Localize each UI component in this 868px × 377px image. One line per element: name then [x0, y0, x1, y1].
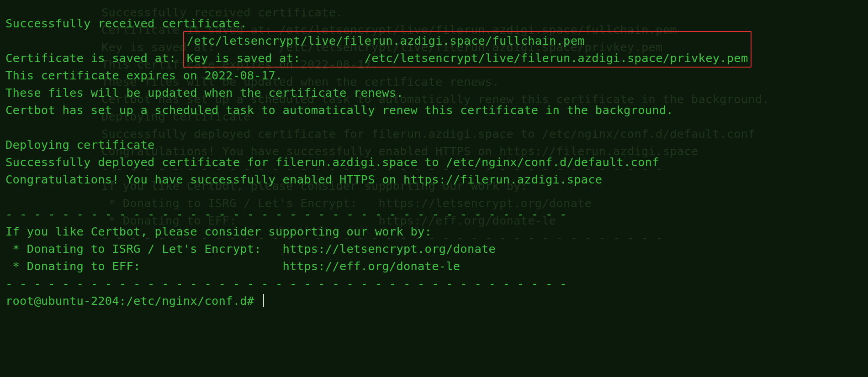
shell-prompt: root@ubuntu-2204:/etc/nginx/conf.d#	[5, 294, 261, 308]
cert-renew-files-line: These files will be updated when the cer…	[5, 84, 863, 101]
cert-saved-line: Certificate is saved at: /etc/letsencryp…	[5, 32, 863, 67]
terminal-output[interactable]: Successfully received certificate.Certif…	[0, 0, 868, 320]
cert-scheduled-line: Certbot has set up a scheduled task to a…	[5, 101, 863, 119]
cert-paths-highlight-box: /etc/letsencrypt/live/filerun.azdigi.spa…	[183, 31, 752, 68]
separator-line: - - - - - - - - - - - - - - - - - - - - …	[5, 275, 863, 292]
deployed-line: Successfully deployed certificate for fi…	[5, 153, 863, 171]
congrats-line: Congratulations! You have successfully e…	[5, 171, 863, 188]
deploying-line: Deploying certificate	[5, 136, 863, 153]
support-line: If you like Certbot, please consider sup…	[5, 223, 863, 240]
shell-prompt-line[interactable]: root@ubuntu-2204:/etc/nginx/conf.d#	[5, 292, 863, 309]
donate-isrg-line: * Donating to ISRG / Let's Encrypt: http…	[5, 240, 863, 257]
cert-expires-line: This certificate expires on 2022-08-17.	[5, 67, 863, 84]
terminal-cursor	[263, 294, 264, 307]
key-saved-label: Key is saved at:	[187, 51, 365, 65]
cert-fullchain-path: /etc/letsencrypt/live/filerun.azdigi.spa…	[187, 34, 585, 47]
separator-line: - - - - - - - - - - - - - - - - - - - - …	[5, 205, 863, 223]
cert-privkey-path: /etc/letsencrypt/live/filerun.azdigi.spa…	[365, 51, 748, 65]
donate-eff-line: * Donating to EFF: https://eff.org/donat…	[5, 257, 863, 275]
cert-saved-label: Certificate is saved at:	[5, 51, 183, 65]
cert-received-line: Successfully received certificate.	[5, 15, 863, 32]
